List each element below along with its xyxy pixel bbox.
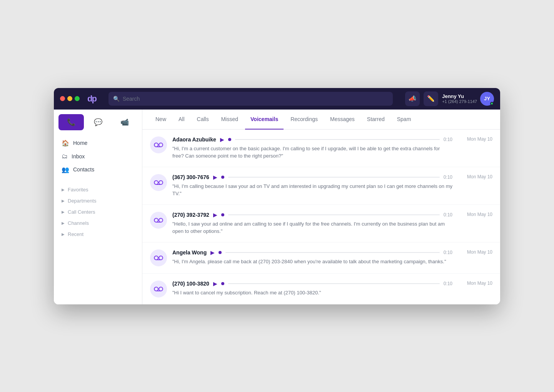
search-input[interactable] bbox=[123, 96, 388, 102]
caller-name: Adaora Azubuike bbox=[172, 136, 216, 143]
voicemail-avatar bbox=[150, 212, 167, 229]
sidebar-sections: ▶ Favorites ▶ Departments ▶ Call Centers… bbox=[54, 183, 142, 241]
playhead-dot bbox=[221, 282, 224, 285]
voicemail-item: (270) 100-3820 ▶ 0:10 "Hi I want to canc… bbox=[142, 274, 500, 304]
inbox-icon: 🗂 bbox=[62, 153, 68, 160]
sidebar-item-home[interactable]: 🏠 Home bbox=[54, 136, 142, 150]
voicemail-header: Angela Wong ▶ 0:10 bbox=[172, 249, 452, 256]
voicemail-avatar bbox=[150, 136, 167, 153]
chevron-right-icon: ▶ bbox=[62, 210, 65, 214]
sidebar-tab-video[interactable]: 📹 bbox=[112, 114, 137, 130]
voicemail-message: "Hi, I'm a current customer on the basic… bbox=[172, 145, 452, 160]
duration: 0:10 bbox=[444, 212, 452, 218]
minimize-button[interactable] bbox=[67, 96, 72, 101]
duration: 0:10 bbox=[444, 250, 452, 255]
play-button[interactable]: ▶ bbox=[213, 281, 217, 287]
voicemail-avatar bbox=[150, 281, 167, 297]
tab-starred[interactable]: Starred bbox=[362, 110, 390, 130]
notification-button[interactable]: 📣 bbox=[405, 91, 420, 106]
sidebar-section-recent[interactable]: ▶ Recent bbox=[54, 229, 142, 240]
waveform[interactable] bbox=[228, 214, 440, 215]
svg-point-6 bbox=[154, 218, 158, 222]
tab-missed[interactable]: Missed bbox=[216, 110, 244, 130]
svg-point-3 bbox=[154, 181, 158, 184]
tab-calls[interactable]: Calls bbox=[192, 110, 214, 130]
compose-button[interactable]: ✏️ bbox=[424, 91, 438, 106]
svg-point-7 bbox=[159, 218, 163, 222]
sidebar-item-contacts[interactable]: 👥 Contacts bbox=[54, 163, 142, 176]
voicemail-date: Mon May 10 bbox=[467, 136, 492, 142]
sidebar-section-call-centers[interactable]: ▶ Call Centers bbox=[54, 206, 142, 218]
svg-point-4 bbox=[159, 181, 163, 184]
voicemail-message: "Hello, I saw your ad online and am call… bbox=[172, 220, 452, 235]
playhead-dot bbox=[228, 138, 231, 141]
voicemail-date: Mon May 10 bbox=[467, 212, 492, 217]
waveform[interactable] bbox=[228, 283, 440, 284]
play-button[interactable]: ▶ bbox=[213, 174, 217, 180]
waveform[interactable] bbox=[225, 252, 439, 253]
tab-voicemails[interactable]: Voicemails bbox=[245, 110, 284, 130]
voicemail-date: Mon May 10 bbox=[467, 174, 492, 179]
voicemail-header: Adaora Azubuike ▶ 0:10 bbox=[172, 136, 452, 143]
svg-point-12 bbox=[154, 287, 158, 291]
sidebar-nav: 🏠 Home 🗂 Inbox 👥 Contacts bbox=[54, 130, 142, 183]
tab-all[interactable]: All bbox=[173, 110, 190, 130]
online-indicator bbox=[490, 102, 494, 105]
voicemail-avatar bbox=[150, 249, 167, 266]
voicemail-header: (367) 300-7676 ▶ 0:10 bbox=[172, 174, 452, 180]
sidebar-section-departments[interactable]: ▶ Departments bbox=[54, 195, 142, 206]
chevron-right-icon: ▶ bbox=[62, 232, 65, 236]
sidebar-item-inbox-label: Inbox bbox=[72, 153, 85, 159]
play-button[interactable]: ▶ bbox=[213, 212, 217, 218]
sidebar-tabs: 📞 💬 📹 bbox=[54, 110, 142, 130]
home-icon: 🏠 bbox=[62, 140, 69, 147]
user-info: Jenny Yu +1 (264) 279-1147 JY bbox=[442, 92, 494, 106]
tab-spam[interactable]: Spam bbox=[392, 110, 417, 130]
waveform[interactable] bbox=[235, 139, 440, 140]
voicemail-message: "Hi I want to cancel my subscription. Re… bbox=[172, 289, 452, 297]
svg-point-0 bbox=[154, 143, 158, 147]
maximize-button[interactable] bbox=[75, 96, 80, 101]
waveform[interactable] bbox=[228, 177, 440, 178]
sidebar-section-favorites[interactable]: ▶ Favorites bbox=[54, 184, 142, 195]
chevron-right-icon: ▶ bbox=[62, 188, 65, 192]
chat-icon: 💬 bbox=[94, 118, 102, 126]
voicemail-meta: Mon May 10 bbox=[458, 136, 492, 142]
voicemail-date: Mon May 10 bbox=[467, 249, 492, 255]
sidebar-item-inbox[interactable]: 🗂 Inbox bbox=[54, 150, 142, 163]
search-bar: 🔍 bbox=[108, 92, 393, 106]
voicemail-header: (270) 392-3792 ▶ 0:10 bbox=[172, 212, 452, 218]
voicemail-body: (270) 392-3792 ▶ 0:10 "Hello, I saw your… bbox=[172, 212, 452, 235]
voicemail-body: Adaora Azubuike ▶ 0:10 "Hi, I'm a curren… bbox=[172, 136, 452, 160]
compose-icon: ✏️ bbox=[427, 95, 435, 102]
duration: 0:10 bbox=[444, 281, 452, 286]
play-button[interactable]: ▶ bbox=[220, 136, 224, 143]
playhead-dot bbox=[219, 251, 222, 254]
megaphone-icon: 📣 bbox=[409, 95, 416, 102]
sidebar-item-home-label: Home bbox=[73, 140, 87, 146]
close-button[interactable] bbox=[60, 96, 65, 101]
play-button[interactable]: ▶ bbox=[210, 249, 215, 256]
user-avatar-wrap[interactable]: JY bbox=[480, 92, 494, 106]
sidebar-section-channels[interactable]: ▶ Channels bbox=[54, 218, 142, 229]
caller-name: (270) 100-3820 bbox=[172, 281, 209, 287]
voicemail-item: (367) 300-7676 ▶ 0:10 "Hi, I'm calling b… bbox=[142, 167, 500, 205]
user-name: Jenny Yu bbox=[442, 93, 477, 99]
tab-messages[interactable]: Messages bbox=[325, 110, 360, 130]
sidebar-tab-chat[interactable]: 💬 bbox=[85, 114, 111, 130]
tab-new[interactable]: New bbox=[150, 110, 172, 130]
voicemail-meta: Mon May 10 bbox=[458, 281, 492, 286]
caller-name: (270) 392-3792 bbox=[172, 212, 209, 218]
playhead-dot bbox=[221, 213, 224, 216]
voicemail-list: Adaora Azubuike ▶ 0:10 "Hi, I'm a curren… bbox=[142, 130, 500, 304]
duration: 0:10 bbox=[444, 174, 452, 180]
section-departments-label: Departments bbox=[68, 198, 96, 204]
sidebar-tab-phone[interactable]: 📞 bbox=[58, 114, 84, 130]
tab-recordings[interactable]: Recordings bbox=[285, 110, 323, 130]
voicemail-meta: Mon May 10 bbox=[458, 174, 492, 179]
voicemail-header: (270) 100-3820 ▶ 0:10 bbox=[172, 281, 452, 287]
voicemail-body: (270) 100-3820 ▶ 0:10 "Hi I want to canc… bbox=[172, 281, 452, 297]
voicemail-message: "Hi, I'm calling because I saw your ad o… bbox=[172, 183, 452, 198]
app-logo: dp bbox=[87, 94, 96, 104]
search-icon: 🔍 bbox=[113, 96, 120, 102]
